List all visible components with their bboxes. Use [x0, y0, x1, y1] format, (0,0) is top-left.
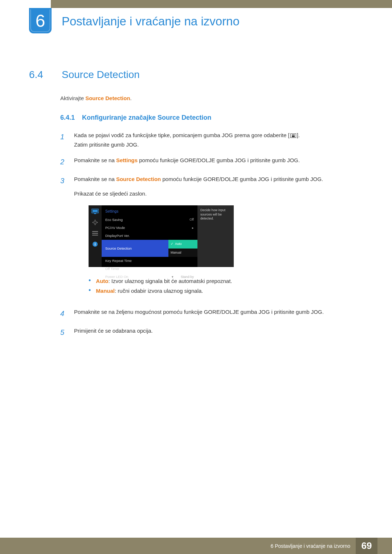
- step-2: 2 Pomaknite se na Settings pomoću funkci…: [60, 156, 363, 168]
- bullet-text: : Izvor ulaznog signala bit će automatsk…: [108, 278, 232, 284]
- step-body: Pomaknite se na Settings pomoću funkcije…: [74, 156, 363, 168]
- intro-suffix: .: [130, 95, 132, 101]
- bullet-hl: Manual: [96, 288, 115, 294]
- osd-row-eco: Eco Saving Off: [102, 216, 197, 224]
- bullet-list: • Auto: Izvor ulaznog signala bit će aut…: [89, 276, 363, 296]
- step2-a: Pomaknite se na: [74, 157, 116, 163]
- step-4: 4 Pomaknite se na željenu mogućnost pomo…: [60, 307, 363, 320]
- step2-hl: Settings: [116, 157, 138, 163]
- step3-hl: Source Detection: [116, 176, 161, 182]
- step2-b: pomoću funkcije GORE/DOLJE gumba JOG i p…: [138, 157, 300, 163]
- menu-icon: [290, 134, 296, 138]
- osd-submenu-label: Auto: [175, 241, 182, 247]
- move-icon: [91, 219, 99, 226]
- step1-text-a: Kada se pojavi vodič za funkcijske tipke…: [74, 132, 290, 138]
- step-body: Kada se pojavi vodič za funkcijske tipke…: [74, 131, 363, 149]
- intro-prefix: Aktivirajte: [60, 95, 85, 101]
- step1-text-b: ].: [297, 132, 300, 138]
- osd-screenshot: i Settings Eco Saving Off: [89, 205, 234, 267]
- content-area: 6.4 Source Detection Aktivirajte Source …: [29, 69, 363, 345]
- osd-row-dp: DisplayPort Ver.: [102, 232, 197, 240]
- osd-title: Settings: [102, 208, 197, 216]
- step-number: 4: [60, 307, 67, 320]
- check-icon: ✓: [171, 241, 173, 247]
- footer-page-number: 69: [356, 538, 377, 554]
- osd-label: Source Detection: [105, 246, 165, 251]
- osd-label: Off Timer: [105, 266, 194, 272]
- step-body: Pomaknite se na Source Detection pomoću …: [74, 175, 363, 301]
- osd-row-off-timer: Off Timer: [102, 265, 197, 273]
- osd-row-source-detection: Source Detection: [102, 240, 168, 257]
- subsection-heading: 6.4.1 Konfiguriranje značajke Source Det…: [60, 114, 363, 122]
- intro-highlight: Source Detection: [85, 95, 130, 101]
- section-title: Source Detection: [62, 69, 140, 81]
- chapter-badge: 6: [29, 8, 52, 33]
- osd-row-krt: Key Repeat Time: [102, 257, 197, 265]
- intro-text: Aktivirajte Source Detection.: [60, 95, 363, 101]
- step-number: 2: [60, 156, 67, 168]
- osd-label: Eco Saving: [105, 217, 189, 223]
- page-footer: 6 Postavljanje i vraćanje na izvorno 69: [0, 538, 392, 554]
- osd-value: Off: [189, 217, 194, 222]
- bullet-dot: •: [89, 286, 91, 296]
- svg-rect-3: [94, 221, 96, 223]
- osd-row-pcav: PC/AV Mode ▸: [102, 224, 197, 232]
- svg-rect-2: [94, 213, 96, 214]
- footer-text: 6 Postavljanje i vraćanje na izvorno: [271, 543, 356, 549]
- step-body: Primijenit će se odabrana opcija.: [74, 326, 363, 338]
- osd-label: DisplayPort Ver.: [105, 233, 194, 239]
- step3-line2: Prikazat će se sljedeći zaslon.: [74, 189, 363, 198]
- step-number: 5: [60, 326, 67, 338]
- step-body: Pomaknite se na željenu mogućnost pomoću…: [74, 307, 363, 320]
- osd-label: PC/AV Mode: [105, 225, 192, 231]
- osd-submenu-manual: Manual: [168, 249, 197, 257]
- osd-value: ▸: [192, 225, 194, 231]
- step-3: 3 Pomaknite se na Source Detection pomoć…: [60, 175, 363, 301]
- bullet-hl: Auto: [96, 278, 108, 284]
- osd-main: Settings Eco Saving Off PC/AV Mode ▸: [102, 205, 197, 267]
- info-icon: i: [91, 241, 99, 247]
- list-icon: [91, 230, 99, 237]
- step3-b: pomoću funkcije GORE/DOLJE gumba JOG i p…: [161, 176, 323, 182]
- osd-submenu: ✓ Auto Manual: [168, 240, 197, 257]
- bullet-auto: • Auto: Izvor ulaznog signala bit će aut…: [89, 276, 363, 286]
- step3-a: Pomaknite se na: [74, 176, 116, 182]
- subsection-number: 6.4.1: [60, 114, 75, 122]
- section-heading: 6.4 Source Detection: [29, 69, 363, 81]
- svg-rect-1: [93, 210, 98, 212]
- step-5: 5 Primijenit će se odabrana opcija.: [60, 326, 363, 338]
- step-number: 1: [60, 131, 67, 149]
- bullet-manual: • Manual: ručni odabir izvora ulaznog si…: [89, 286, 363, 296]
- step-1: 1 Kada se pojavi vodič za funkcijske tip…: [60, 131, 363, 149]
- osd-sidebar: i: [89, 205, 102, 267]
- subsection-title: Konfiguriranje značajke Source Detection: [82, 114, 211, 122]
- osd-submenu-auto: ✓ Auto: [168, 240, 197, 248]
- osd-label: Key Repeat Time: [105, 258, 194, 264]
- step1-line2: Zatim pritisnite gumb JOG.: [74, 140, 363, 149]
- header-bar: [0, 0, 392, 8]
- step-number: 3: [60, 175, 67, 301]
- section-number: 6.4: [29, 69, 51, 81]
- chapter-title: Postavljanje i vraćanje na izvorno: [62, 15, 240, 28]
- osd-help-text: Decide how input sources will be detecte…: [197, 205, 234, 267]
- steps-list: 1 Kada se pojavi vodič za funkcijske tip…: [60, 131, 363, 338]
- chapter-number: 6: [36, 11, 45, 31]
- header-bar-cutout: [0, 0, 51, 8]
- bullet-dot: •: [89, 276, 91, 286]
- osd-submenu-label: Manual: [171, 251, 181, 254]
- monitor-icon: [91, 208, 99, 215]
- svg-text:i: i: [94, 242, 95, 246]
- bullet-text: : ručni odabir izvora ulaznog signala.: [115, 288, 203, 294]
